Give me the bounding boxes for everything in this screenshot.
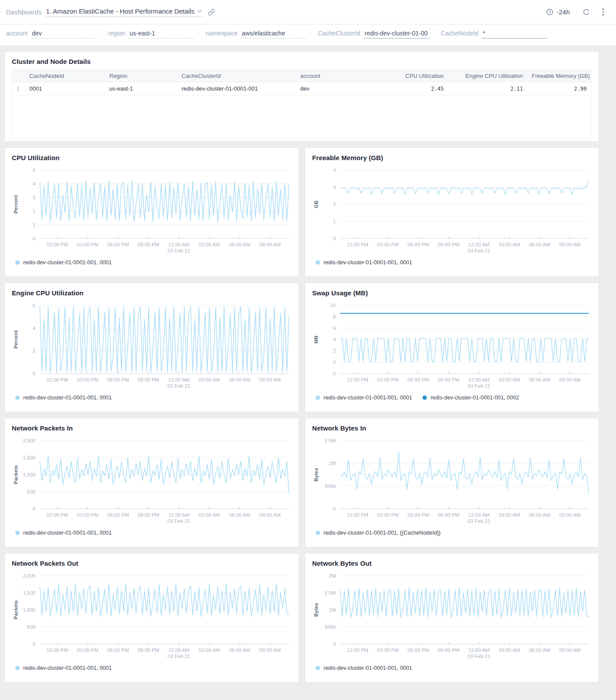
svg-text:0: 0 [33, 236, 35, 241]
filter-label: namespace [206, 30, 237, 37]
svg-text:1,500: 1,500 [23, 590, 35, 595]
cluster-node-table-wrap: CacheNodeIdRegionCacheClusterIdaccountCP… [12, 70, 591, 139]
svg-text:12:00 PM: 12:00 PM [347, 512, 368, 518]
row-number-header [12, 70, 25, 82]
chart-title: Swap Usage (MB) [312, 289, 591, 297]
time-range-control[interactable]: -24h [546, 8, 570, 16]
legend-item[interactable]: redis-dev-cluster-01-0001-001, 0002 [422, 395, 519, 401]
legend-dot [15, 666, 20, 670]
filter-value-input[interactable]: redis-dev-cluster-01-00 [364, 30, 429, 38]
page-title: 1. Amazon ElastiCache - Host Performance… [46, 7, 194, 15]
legend-dot [316, 666, 320, 670]
chart-canvas[interactable]: 0500k1M1.5MBytes12:00 PM03:00 PM06:00 PM… [312, 436, 591, 526]
filter-value-input[interactable]: * [482, 30, 547, 38]
kebab-menu-icon[interactable] [602, 7, 605, 17]
link-icon[interactable] [208, 9, 215, 16]
svg-text:2: 2 [33, 348, 35, 354]
legend-label: redis-dev-cluster-01-0001-001, 0001 [23, 259, 112, 266]
chart-panel-network-bytes-out: Network Bytes Out 0500k1M1.5M2MBytes12:0… [305, 553, 599, 682]
svg-text:5: 5 [33, 168, 35, 173]
refresh-icon[interactable] [582, 8, 590, 16]
svg-text:09:00 PM: 09:00 PM [438, 512, 459, 518]
column-header[interactable]: Freeable Memory (GB) [528, 70, 591, 82]
legend-label: redis-dev-cluster-01-0001-001, 0002 [430, 395, 519, 401]
dashboard-body: Cluster and Node Details CacheNodeIdRegi… [0, 46, 616, 689]
svg-text:Bytes: Bytes [313, 603, 319, 616]
chart-title: Network Bytes In [312, 424, 591, 432]
legend-item[interactable]: redis-dev-cluster-01-0001-001, 0001 [316, 259, 412, 266]
svg-text:0: 0 [333, 360, 336, 365]
svg-text:12:00 PM: 12:00 PM [46, 377, 68, 382]
svg-text:1.5M: 1.5M [324, 590, 336, 595]
legend-item[interactable]: redis-dev-cluster-01-0001-001, 0001 [316, 665, 412, 671]
column-header[interactable]: CPU Utilization [380, 70, 448, 82]
svg-text:1,000: 1,000 [23, 607, 35, 612]
svg-text:12:00 AM: 12:00 AM [468, 377, 490, 382]
legend-item[interactable]: redis-dev-cluster-01-0001-001, 0001 [15, 530, 112, 536]
svg-text:500k: 500k [325, 624, 336, 630]
legend-item[interactable]: redis-dev-cluster-01-0001-001, 0001 [316, 395, 412, 401]
svg-text:03:00 AM: 03:00 AM [199, 648, 220, 653]
table-cell: 2.45 [380, 82, 448, 95]
svg-text:09:00 AM: 09:00 AM [260, 377, 281, 382]
svg-text:03 Feb 21: 03 Feb 21 [168, 654, 190, 659]
chart-canvas[interactable]: 0246Percent12:00 PM03:00 PM06:00 PM09:00… [12, 301, 292, 391]
column-header[interactable]: CacheNodeId [25, 70, 105, 82]
legend-dot [316, 260, 320, 265]
chart-canvas[interactable]: 01234GB12:00 PM03:00 PM06:00 PM09:00 PM1… [312, 166, 591, 256]
legend-dot [15, 396, 20, 400]
svg-text:06:00 PM: 06:00 PM [408, 512, 429, 518]
chart-title: Freeable Memory (GB) [312, 154, 591, 161]
svg-text:500: 500 [27, 624, 35, 630]
svg-text:03 Feb 21: 03 Feb 21 [468, 518, 490, 524]
breadcrumb[interactable]: Dashboards [6, 8, 42, 16]
svg-text:03:00 PM: 03:00 PM [377, 512, 398, 518]
svg-text:0: 0 [333, 506, 336, 511]
table-cell: us-east-1 [105, 82, 177, 95]
svg-text:6: 6 [33, 303, 35, 308]
chart-legend: redis-dev-cluster-01-0001-001, 0001 [12, 395, 292, 401]
svg-text:2,000: 2,000 [23, 573, 35, 578]
chart-canvas[interactable]: 012345Percent12:00 PM03:00 PM06:00 PM09:… [12, 166, 292, 256]
svg-text:09:00 PM: 09:00 PM [137, 242, 159, 247]
svg-text:03:00 AM: 03:00 AM [199, 242, 220, 247]
chart-canvas[interactable]: 05001,0001,5002,000Packets12:00 PM03:00 … [12, 571, 292, 662]
svg-text:12:00 PM: 12:00 PM [347, 377, 368, 382]
svg-text:06:00 PM: 06:00 PM [107, 242, 129, 247]
chart-panel-freeable-memory: Freeable Memory (GB) 01234GB12:00 PM03:0… [305, 147, 599, 277]
legend-item[interactable]: redis-dev-cluster-01-0001-001, {{CacheNo… [316, 530, 441, 536]
legend-item[interactable]: redis-dev-cluster-01-0001-001, 0001 [15, 259, 112, 266]
chart-canvas[interactable]: 05001,0001,5002,000Packets12:00 PM03:00 … [12, 436, 292, 526]
filter-value-input[interactable]: dev [31, 30, 97, 38]
column-header[interactable]: account [296, 70, 380, 82]
svg-text:1M: 1M [329, 607, 336, 612]
svg-text:12:00 PM: 12:00 PM [347, 648, 368, 653]
chart-canvas[interactable]: -20246810MB12:00 PM03:00 PM06:00 PM09:00… [312, 301, 591, 391]
legend-item[interactable]: redis-dev-cluster-01-0001-001, 0001 [15, 395, 112, 401]
column-header[interactable]: Engine CPU Utilization [448, 70, 527, 82]
filter-value-input[interactable]: us-east-1 [129, 30, 194, 38]
column-header[interactable]: CacheClusterId [177, 70, 296, 82]
svg-text:03 Feb 21: 03 Feb 21 [168, 383, 190, 388]
chart-svg: 05001,0001,5002,000Packets12:00 PM03:00 … [12, 571, 292, 662]
svg-text:06:00 AM: 06:00 AM [529, 648, 550, 653]
time-range-label: -24h [556, 8, 570, 16]
filter-label: region [108, 30, 125, 37]
svg-text:06:00 PM: 06:00 PM [408, 648, 429, 653]
svg-text:2: 2 [333, 348, 336, 354]
svg-text:03 Feb 21: 03 Feb 21 [468, 383, 490, 388]
svg-text:1: 1 [333, 219, 336, 224]
table-row[interactable]: 10001us-east-1redis-dev-cluster-01-0001-… [12, 82, 591, 95]
chart-legend: redis-dev-cluster-01-0001-001, 0001 [312, 259, 591, 266]
legend-label: redis-dev-cluster-01-0001-001, 0001 [23, 665, 112, 671]
column-header[interactable]: Region [105, 70, 177, 82]
table-cell: 2.90 [528, 82, 591, 95]
dashboard-title-dropdown[interactable]: 1. Amazon ElastiCache - Host Performance… [46, 7, 202, 17]
legend-item[interactable]: redis-dev-cluster-01-0001-001, 0001 [15, 665, 112, 671]
filter-value-input[interactable]: aws/elasticache [241, 30, 306, 38]
svg-text:Percent: Percent [13, 330, 18, 349]
svg-text:1,500: 1,500 [23, 455, 35, 460]
svg-text:06:00 AM: 06:00 AM [529, 242, 550, 247]
chart-panel-engine-cpu-utilization: Engine CPU Utilization 0246Percent12:00 … [4, 283, 299, 412]
chart-canvas[interactable]: 0500k1M1.5M2MBytes12:00 PM03:00 PM06:00 … [312, 571, 591, 662]
